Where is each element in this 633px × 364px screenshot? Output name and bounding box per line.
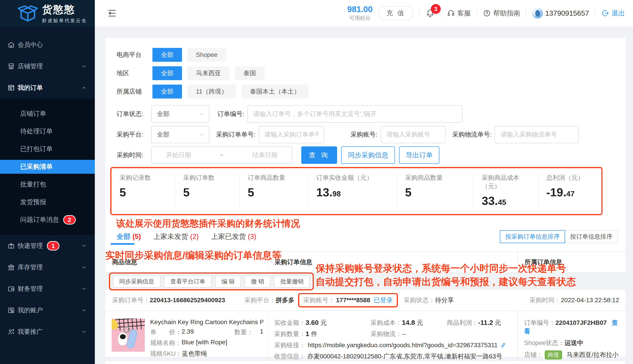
cross-border-badge: 跨境 bbox=[545, 350, 562, 360]
purchase-order-no-label: 采购订单单号: bbox=[216, 130, 256, 139]
product-image[interactable] bbox=[112, 318, 145, 352]
divider bbox=[526, 9, 526, 17]
date-tilde: ~ bbox=[220, 152, 224, 159]
next-row-peek bbox=[105, 360, 625, 364]
user-account[interactable]: 13790915657 bbox=[532, 8, 589, 18]
toolbar-annotation: 实时同步采购信息/编辑采购的订单信息等 bbox=[105, 249, 282, 262]
sidebar-item-label: 我的订单 bbox=[18, 84, 43, 92]
tab-all[interactable]: 全部 (5) bbox=[117, 232, 141, 241]
toolbar-red-box: 同步采购信息 查看平台订单 编 辑 撤 销 批量撤销 bbox=[109, 272, 314, 290]
sidebar-item-express-management[interactable]: 快递管理 1 bbox=[0, 235, 95, 256]
product-details: Keychain Key Ring Cartoon Keychains Port… bbox=[150, 318, 263, 364]
stat-value: 5 bbox=[183, 186, 190, 199]
shopee-status: Shopee状态：运送中 bbox=[524, 339, 619, 347]
divider bbox=[477, 9, 477, 17]
sidebar-item-member-center[interactable]: 会员中心 bbox=[0, 34, 95, 56]
topbar-right: 981.00 可用积分 充 值 3 客服 帮助指南 13790915657 退出 bbox=[347, 5, 625, 22]
sidebar-item-label: 发货预报 bbox=[20, 198, 46, 206]
chip-region-thailand[interactable]: 泰国 bbox=[235, 66, 265, 80]
sidebar-item-shop-management[interactable]: 店铺管理 bbox=[0, 56, 95, 77]
help-guide-button[interactable]: 帮助指南 bbox=[483, 9, 520, 18]
purchase-link[interactable]: https://mobile.yangkeduo.com/goods.html?… bbox=[308, 342, 498, 349]
shop-row: 店铺： 跨境 马来西亚/拉布拉小 bbox=[524, 350, 619, 360]
sidebar-item-inventory-management[interactable]: 库存管理 bbox=[0, 256, 95, 278]
logged-in-link[interactable]: 已登录 bbox=[374, 296, 393, 304]
main-content: 电商平台 全部 Shopee 地区 全部 马来西亚 泰国 所属店铺 全部 11（… bbox=[105, 38, 625, 357]
purchase-tracking-input[interactable] bbox=[495, 126, 579, 143]
people-plus-icon bbox=[8, 328, 15, 336]
sync-purchase-button[interactable]: 同步采购信息 bbox=[341, 146, 395, 164]
revoke-button[interactable]: 撤 销 bbox=[245, 275, 270, 288]
view-platform-order-button[interactable]: 查看平台订单 bbox=[164, 275, 212, 288]
link-icon[interactable] bbox=[500, 342, 507, 348]
order-status-label: 订单状态: bbox=[117, 110, 148, 118]
chip-shop-all[interactable]: 全部 bbox=[152, 84, 182, 98]
sort-by-order-button[interactable]: 按订单信息排序 bbox=[565, 230, 618, 243]
order-list-icon bbox=[8, 84, 15, 92]
user-phone: 13790915657 bbox=[545, 9, 589, 18]
sidebar-item-my-account[interactable]: 我的账户 bbox=[0, 300, 95, 321]
chip-platform-all[interactable]: 全部 bbox=[152, 48, 182, 62]
sidebar-item-problem-order-messages[interactable]: 问题订单消息 2 bbox=[0, 213, 95, 227]
sidebar-item-label: 问题订单消息 bbox=[20, 215, 59, 224]
sidebar-item-shop-orders[interactable]: 店铺订单 bbox=[0, 107, 95, 121]
tab-supplier-shipped[interactable]: 上家已发货 (3) bbox=[211, 232, 256, 241]
chip-platform-shopee[interactable]: Shopee bbox=[187, 48, 226, 62]
sync-purchase-info-button[interactable]: 同步采购信息 bbox=[113, 275, 160, 288]
chip-shop-thailand-local[interactable]: 泰国本土（本土） bbox=[241, 84, 309, 98]
sidebar-item-packed-orders[interactable]: 已打包订单 bbox=[0, 142, 95, 156]
sidebar-item-my-orders[interactable]: 我的订单 bbox=[0, 77, 95, 98]
sidebar-item-pending-orders[interactable]: 待处理订单 bbox=[0, 124, 95, 138]
avatar bbox=[532, 8, 543, 18]
sidebar-item-finance-management[interactable]: 财务管理 bbox=[0, 278, 95, 300]
query-button[interactable]: 查 询 bbox=[301, 146, 337, 164]
help-guide-label: 帮助指南 bbox=[493, 9, 520, 18]
chip-region-all[interactable]: 全部 bbox=[152, 66, 182, 80]
stat-value: 13. bbox=[316, 186, 332, 199]
chip-region-malaysia[interactable]: 马来西亚 bbox=[187, 66, 230, 80]
sidebar-item-label: 店铺管理 bbox=[18, 62, 43, 70]
customer-service-button[interactable]: 客服 bbox=[447, 9, 471, 18]
batch-revoke-button[interactable]: 批量撤销 bbox=[274, 275, 310, 288]
home-icon bbox=[8, 41, 15, 48]
sidebar-item-label: 批量打包 bbox=[20, 180, 46, 189]
sidebar-item-label: 快递管理 bbox=[18, 242, 43, 250]
tab-count: (3) bbox=[248, 232, 256, 240]
stat-purchase-item-qty: 采购商品数量 5 bbox=[396, 174, 473, 208]
topbar: 981.00 可用积分 充 值 3 客服 帮助指南 13790915657 退出 bbox=[95, 0, 633, 26]
tab-supplier-unshipped[interactable]: 上家未发货 (2) bbox=[153, 232, 199, 241]
sidebar-item-promotion[interactable]: 我要推广 bbox=[0, 321, 95, 342]
recharge-button[interactable]: 充 值 bbox=[378, 6, 413, 20]
purchase-tracking-label: 采购物流单号: bbox=[452, 130, 492, 139]
sidebar-item-label: 我的账户 bbox=[18, 306, 43, 314]
date-end-placeholder: 结束日期 bbox=[252, 151, 278, 160]
sidebar-item-label: 店铺订单 bbox=[20, 109, 46, 118]
sidebar-item-shipping-forecast[interactable]: 发货预报 bbox=[0, 195, 95, 209]
notifications-button[interactable]: 3 bbox=[426, 8, 435, 18]
sort-by-purchase-order-button[interactable]: 按采购订单信息排序 bbox=[500, 230, 565, 243]
stat-label: 采购记录数 bbox=[119, 174, 175, 182]
purchase-account-input[interactable] bbox=[381, 126, 446, 143]
sidebar-item-label: 库存管理 bbox=[18, 263, 43, 272]
chevron-down-icon bbox=[81, 329, 87, 335]
edit-button[interactable]: 编 辑 bbox=[215, 275, 241, 288]
tab-label: 上家已发货 bbox=[211, 232, 246, 240]
purchase-order-no-input[interactable] bbox=[259, 126, 324, 143]
stat-value: 5 bbox=[405, 186, 411, 199]
purchase-platform-select[interactable]: 全部 bbox=[151, 126, 209, 143]
active-tab-underline bbox=[111, 243, 134, 245]
points-label: 可用积分 bbox=[347, 14, 372, 22]
stat-label: 订单商品数量 bbox=[248, 174, 308, 182]
stat-label: 采购商品数量 bbox=[405, 174, 473, 182]
export-orders-button[interactable]: 导出订单 bbox=[399, 146, 439, 164]
chip-shop-11[interactable]: 11（跨境） bbox=[187, 84, 236, 98]
collapse-sidebar-icon[interactable] bbox=[107, 8, 117, 18]
sidebar-item-batch-pack[interactable]: 批量打包 bbox=[0, 178, 95, 192]
order-status-select[interactable]: 全部 bbox=[151, 105, 209, 123]
date-range-picker[interactable]: 开始日期 ~ 结束日期 bbox=[151, 146, 292, 164]
order-no-input[interactable] bbox=[248, 105, 463, 123]
sidebar-item-purchased-list[interactable]: 已采购清单 bbox=[0, 160, 95, 174]
order-status-value: 全部 bbox=[157, 110, 169, 118]
sidebar-item-label: 已采购清单 bbox=[20, 162, 53, 171]
logout-button[interactable]: 退出 bbox=[601, 9, 625, 18]
